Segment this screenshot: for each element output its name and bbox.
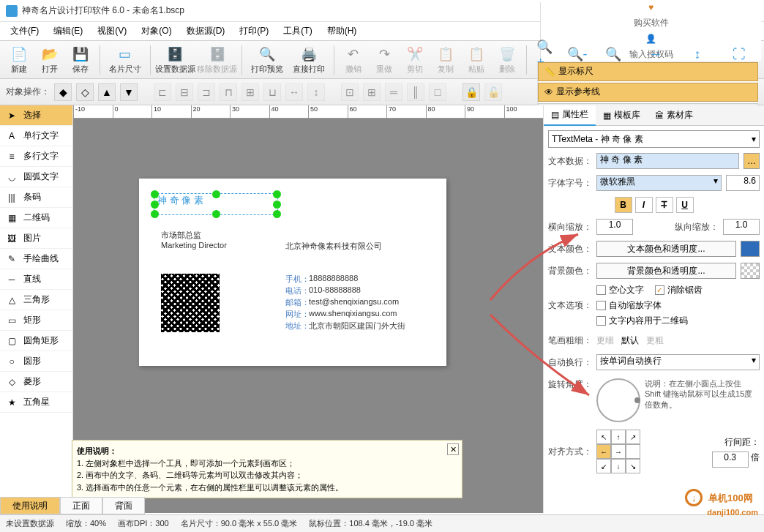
textcolor-swatch[interactable] — [741, 241, 760, 257]
dist-h-icon[interactable]: ↔ — [285, 83, 303, 101]
same-w-icon[interactable]: ═ — [385, 83, 402, 101]
card-phone-l[interactable]: 手机： — [285, 274, 310, 285]
tool-diamond[interactable]: ◇菱形 — [0, 372, 72, 392]
layer-top-icon[interactable]: ▲ — [98, 83, 116, 101]
scaley-input[interactable]: 1.0 — [723, 219, 760, 235]
tool-text[interactable]: A单行文字 — [0, 126, 72, 146]
fontsize-input[interactable]: 8.6 — [726, 175, 760, 191]
same-h-icon[interactable]: ║ — [407, 83, 424, 101]
align-bottom-icon[interactable]: ⊔ — [263, 83, 281, 101]
menu-print[interactable]: 打印(P) — [232, 25, 276, 37]
ungroup-icon[interactable]: ⊞ — [363, 83, 381, 101]
tool-qrcode[interactable]: ▦二维码 — [0, 208, 72, 228]
tool-circle[interactable]: ○圆形 — [0, 351, 72, 372]
cardsize-button[interactable]: ▭名片尺寸 — [105, 45, 145, 75]
toggle-guide[interactable]: 👁显示参考线 — [538, 83, 758, 102]
menu-file[interactable]: 文件(F) — [3, 25, 46, 37]
tool-image[interactable]: 🖼图片 — [0, 228, 72, 249]
card-addr-l[interactable]: 地址： — [285, 321, 310, 331]
unlock-icon[interactable]: 🔓 — [484, 83, 502, 101]
layer-up-icon[interactable]: ◆ — [54, 83, 72, 101]
open-button[interactable]: 📂打开 — [35, 45, 64, 75]
qrcontent-checkbox[interactable]: 文字内容用于二维码 — [596, 315, 760, 327]
tool-line[interactable]: ─直线 — [0, 269, 72, 290]
tool-select[interactable]: ➤选择 — [0, 105, 72, 126]
tool-arctext[interactable]: ◡圆弧文字 — [0, 167, 72, 187]
toggle-ruler[interactable]: 📏显示标尺 — [538, 62, 758, 81]
tab-properties[interactable]: ▤属性栏 — [544, 105, 596, 126]
cut-button[interactable]: ✂️剪切 — [400, 45, 430, 75]
card-tel-l[interactable]: 电话： — [285, 285, 310, 296]
delete-button[interactable]: 🗑️删除 — [493, 45, 522, 75]
setds-button[interactable]: 🗄️设置数据源 — [155, 45, 195, 75]
align-right-icon[interactable]: ⊐ — [198, 83, 215, 101]
linespace-input[interactable]: 0.3 — [712, 452, 749, 468]
strike-button[interactable]: T̶ — [656, 197, 673, 213]
rmds-button[interactable]: 🗄️移除数据源 — [197, 45, 237, 75]
bgcolor-button[interactable]: 背景颜色和透明度... — [596, 263, 736, 279]
new-button[interactable]: 📄新建 — [4, 45, 34, 75]
print-button[interactable]: 🖨️直接打印 — [289, 45, 329, 75]
preview-button[interactable]: 🔍打印预览 — [247, 45, 287, 75]
rotate-wheel[interactable] — [596, 378, 640, 422]
bold-button[interactable]: B — [615, 197, 632, 213]
same-wh-icon[interactable]: □ — [429, 83, 446, 101]
business-card[interactable]: 神 奇 像 素 市场部总监 Marketing Director 北京神奇像素科… — [139, 179, 446, 366]
scalex-input[interactable]: 1.0 — [596, 219, 633, 235]
align-mid-icon[interactable]: ⊞ — [241, 83, 259, 101]
card-dept[interactable]: 市场部总监 — [161, 230, 201, 241]
tab-help[interactable]: 使用说明 — [0, 497, 60, 514]
undo-button[interactable]: ↶撤销 — [339, 45, 368, 75]
tool-barcode[interactable]: |||条码 — [0, 187, 72, 208]
wrap-select[interactable]: 按单词自动换行▾ — [596, 354, 760, 370]
tab-assets[interactable]: 🏛素材库 — [648, 105, 700, 126]
tool-rect[interactable]: ▭矩形 — [0, 310, 72, 331]
align-pad[interactable]: ↖↑↗ ←→ ↙↓↘ — [596, 430, 640, 473]
menu-object[interactable]: 对象(O) — [134, 25, 179, 37]
tab-templates[interactable]: ▦模板库 — [596, 105, 648, 126]
align-center-icon[interactable]: ⊟ — [176, 83, 193, 101]
card-mail-l[interactable]: 邮箱： — [285, 297, 310, 308]
autoscale-checkbox[interactable]: 自动缩放字体 — [596, 299, 760, 312]
selected-text[interactable]: 神 奇 像 素 — [154, 193, 278, 215]
tool-star[interactable]: ★五角星 — [0, 392, 72, 413]
layer-down-icon[interactable]: ◇ — [76, 83, 94, 101]
tab-back[interactable]: 背面 — [102, 497, 145, 514]
card-web-l[interactable]: 网址： — [285, 309, 310, 320]
tool-roundrect[interactable]: ▢圆角矩形 — [0, 331, 72, 351]
tool-triangle[interactable]: △三角形 — [0, 290, 72, 310]
help-close-button[interactable]: ✕ — [447, 443, 459, 455]
menu-tools[interactable]: 工具(T) — [276, 25, 319, 37]
tab-front[interactable]: 正面 — [60, 497, 102, 514]
save-button[interactable]: 💾保存 — [66, 45, 95, 75]
tool-multitext[interactable]: ≡多行文字 — [0, 146, 72, 167]
font-select[interactable]: 微软雅黑▾ — [596, 175, 722, 191]
hollow-checkbox[interactable]: 空心文字 ✓消除锯齿 — [596, 284, 760, 296]
buy-link[interactable]: 购买软件 — [626, 17, 676, 29]
element-type-combo[interactable]: TTextMeta - 神 奇 像 素▾ — [548, 130, 760, 148]
menu-edit[interactable]: 编辑(E) — [46, 25, 90, 37]
stroke-radio[interactable]: 更细 默认 更粗 — [596, 334, 664, 347]
paste-button[interactable]: 📋粘贴 — [462, 45, 491, 75]
group-icon[interactable]: ⊡ — [341, 83, 359, 101]
italic-button[interactable]: I — [635, 197, 653, 213]
textdata-input[interactable]: 神 奇 像 素 — [596, 153, 739, 169]
lock-icon[interactable]: 🔒 — [462, 83, 480, 101]
layer-bot-icon[interactable]: ▼ — [120, 83, 138, 101]
textdata-more-button[interactable]: … — [744, 153, 760, 169]
card-company[interactable]: 北京神奇像素科技有限公司 — [285, 241, 382, 252]
align-left-icon[interactable]: ⊏ — [154, 83, 171, 101]
align-top-icon[interactable]: ⊓ — [220, 83, 237, 101]
bgcolor-swatch[interactable] — [741, 263, 760, 279]
tool-freehand[interactable]: ✎手绘曲线 — [0, 249, 72, 269]
menu-datasource[interactable]: 数据源(D) — [179, 25, 233, 37]
underline-button[interactable]: U — [676, 197, 694, 213]
menu-help[interactable]: 帮助(H) — [320, 25, 364, 37]
copy-button[interactable]: 📋复制 — [431, 45, 460, 75]
textcolor-button[interactable]: 文本颜色和透明度... — [596, 241, 736, 257]
redo-button[interactable]: ↷重做 — [370, 45, 399, 75]
menu-view[interactable]: 视图(V) — [90, 25, 134, 37]
card-dept-en[interactable]: Marketing Director — [161, 241, 227, 250]
dist-v-icon[interactable]: ↕ — [307, 83, 325, 101]
qr-code[interactable] — [161, 274, 220, 332]
